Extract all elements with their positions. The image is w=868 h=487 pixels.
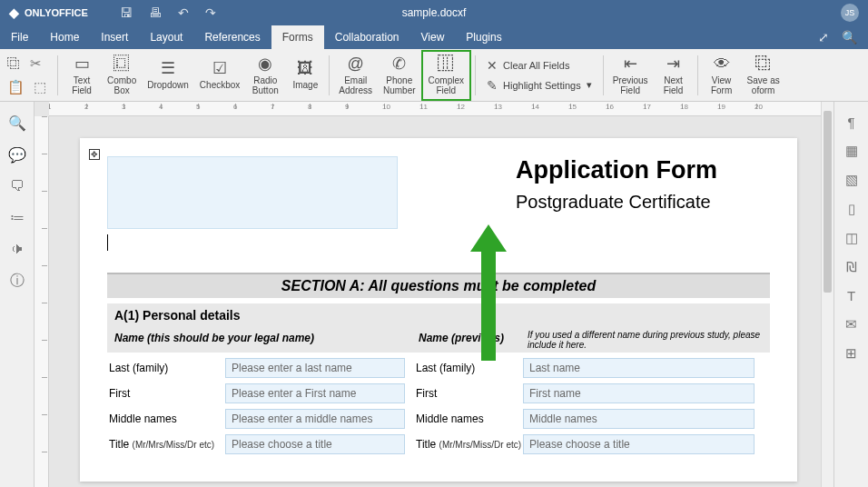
last-name-label: Last (family) [107,362,225,374]
mail-merge-icon[interactable]: ✉ [845,316,857,333]
comments-icon[interactable]: 💬 [8,146,26,164]
prev-title-label: Title (Mr/Mrs/Miss/Dr etc) [405,438,523,451]
quick-access: 🖫 🖶 ↶ ↷ [120,5,216,20]
checkbox-icon: ☑ [212,60,227,78]
anchor-icon[interactable]: ✥ [89,149,100,160]
print-icon[interactable]: 🖶 [149,5,162,20]
prev-title-field[interactable]: Please choose a title [523,434,755,454]
view-icon: 👁 [714,55,730,74]
right-sidebar: ¶ ▦ ▧ ▯ ◫ ₪ T ✉ ⊞ [833,102,868,487]
document-page[interactable]: ✥ Application Form Postgraduate Certific… [80,138,797,482]
table-icon[interactable]: ▦ [845,143,858,159]
radio-button-button[interactable]: ◉Radio Button [245,54,285,97]
chevron-down-icon: ▾ [587,79,592,91]
title-bar: ◆ ONLYOFFICE 🖫 🖶 ↶ ↷ sample.docxf JS [0,0,868,25]
document-filename[interactable]: sample.docxf [402,6,467,19]
text-cursor [107,234,108,251]
middle-names-field[interactable]: Please enter a middle names [225,409,405,429]
combo-box-button[interactable]: ⿴Combo Box [102,54,142,97]
menu-forms[interactable]: Forms [271,25,324,49]
first-name-field[interactable]: Please enter a First name [225,383,405,403]
prev-first-name-field[interactable]: First name [523,383,755,403]
copy-icon[interactable]: ⿻ [7,55,21,72]
image-button[interactable]: 🖼Image [285,58,325,92]
email-icon: @ [348,55,364,74]
dropdown-icon: ☰ [161,60,175,78]
prev-last-name-label: Last (family) [405,362,523,374]
left-sidebar: 🔍 💬 🗨 ≔ 🕩 ⓘ [0,102,35,487]
app-logo: ◆ ONLYOFFICE [9,5,88,20]
a1-header: A(1) Personal details [107,303,770,327]
form-settings-icon[interactable]: ⊞ [845,345,857,362]
about-icon[interactable]: ⓘ [10,272,25,291]
radio-icon: ◉ [258,55,272,74]
last-name-field[interactable]: Please enter a last name [225,358,405,378]
vertical-scrollbar[interactable] [821,102,833,487]
menu-collaboration[interactable]: Collaboration [324,25,410,49]
menu-home[interactable]: Home [39,25,90,49]
clear-icon: ✕ [487,58,498,73]
menu-references[interactable]: References [193,25,271,49]
shape-icon[interactable]: ◫ [845,230,858,246]
editor-area[interactable]: 1234567891011121314151617181920 ✥ Applic… [35,102,833,487]
complex-field-icon: ⿲ [438,55,454,74]
paragraph-icon[interactable]: ¶ [847,114,854,130]
next-field-button[interactable]: ⇥Next Field [654,54,694,97]
save-as-icon: ⿻ [755,55,772,74]
paste-icon[interactable]: 📋 [7,79,25,95]
name-previous-header: Name (previous) [411,327,520,353]
redo-icon[interactable]: ↷ [205,5,216,20]
vertical-ruler[interactable] [35,116,49,487]
undo-icon[interactable]: ↶ [178,5,189,20]
select-icon[interactable]: ⬚ [34,79,46,95]
find-icon[interactable]: 🔍 [8,114,26,132]
scrollbar-thumb[interactable] [824,111,832,293]
user-avatar[interactable]: JS [841,4,859,22]
menu-bar: File Home Insert Layout References Forms… [0,25,868,49]
open-location-icon[interactable]: ⤢ [818,30,829,45]
horizontal-ruler[interactable]: 1234567891011121314151617181920 [49,102,833,116]
menu-file[interactable]: File [0,25,39,49]
middle-names-label: Middle names [107,412,225,425]
menu-insert[interactable]: Insert [90,25,139,49]
app-name: ONLYOFFICE [25,7,88,18]
prev-field-icon: ⇤ [624,55,637,74]
chat-icon[interactable]: 🗨 [10,178,25,194]
forms-toolbar: ⿻✂ 📋⬚ ▭Text Field ⿴Combo Box ☰Dropdown ☑… [0,49,868,102]
chart-icon[interactable]: ₪ [846,259,857,275]
save-as-oform-button[interactable]: ⿻Save as oform [742,54,785,97]
highlight-settings-button[interactable]: ✎Highlight Settings ▾ [487,78,592,93]
save-icon[interactable]: 🖫 [120,5,133,20]
cut-icon[interactable]: ✂ [30,55,42,72]
prev-middle-names-field[interactable]: Middle names [523,409,755,429]
dropdown-button[interactable]: ☰Dropdown [142,58,194,92]
menu-plugins[interactable]: Plugins [455,25,512,49]
clear-all-fields-button[interactable]: ✕Clear All Fields [487,58,592,73]
next-field-icon: ⇥ [666,55,680,74]
image-icon: 🖼 [297,60,313,78]
title-field[interactable]: Please choose a title [225,434,405,454]
view-form-button[interactable]: 👁View Form [702,54,742,97]
menu-layout[interactable]: Layout [139,25,193,49]
header-image-placeholder[interactable] [107,156,398,229]
menu-view[interactable]: View [410,25,456,49]
name-previous-hint: If you used a different name during prev… [520,327,770,353]
combo-box-icon: ⿴ [113,55,130,74]
email-address-button[interactable]: @Email Address [333,54,378,97]
prev-first-name-label: First [405,387,523,400]
prev-last-name-field[interactable]: Last name [523,358,755,378]
image-settings-icon[interactable]: ▧ [845,172,858,188]
headings-icon[interactable]: ≔ [10,209,25,226]
complex-field-button[interactable]: ⿲Complex Field [421,50,471,101]
doc-title: Application Form [516,156,770,184]
feedback-icon[interactable]: 🕩 [10,241,25,257]
previous-field-button[interactable]: ⇤Previous Field [607,54,654,97]
checkbox-button[interactable]: ☑Checkbox [194,58,245,92]
phone-number-button[interactable]: ✆Phone Number [378,54,421,97]
text-field-icon: ▭ [74,55,90,74]
search-icon[interactable]: 🔍 [842,30,857,45]
textart-icon[interactable]: T [847,288,855,303]
header-footer-icon[interactable]: ▯ [848,201,855,217]
text-field-button[interactable]: ▭Text Field [62,54,102,97]
prev-middle-names-label: Middle names [405,412,523,425]
